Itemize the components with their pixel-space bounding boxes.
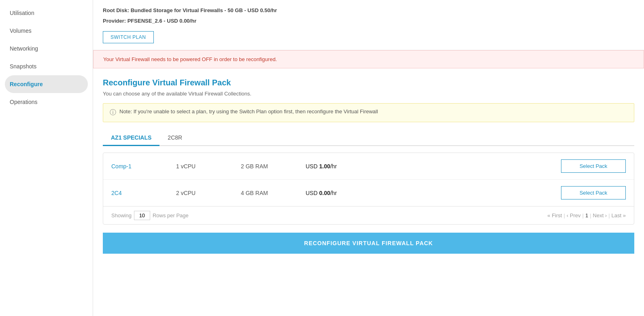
- note-box: ⓘ Note: If you're unable to select a pla…: [103, 103, 634, 122]
- main-content: Root Disk: Bundled Storage for Virtual F…: [93, 0, 644, 316]
- divider-1: |: [563, 212, 565, 218]
- showing-label: Showing: [111, 212, 132, 218]
- tab-2c8r[interactable]: 2C8R: [159, 130, 190, 146]
- next-page-link[interactable]: Next ›: [593, 212, 607, 218]
- sidebar-item-volumes[interactable]: Volumes: [0, 22, 93, 40]
- sidebar-item-snapshots[interactable]: Snapshots: [0, 57, 93, 75]
- last-page-link[interactable]: Last »: [612, 212, 626, 218]
- pack-vcpu-2c4: 2 vCPU: [176, 190, 241, 196]
- pagination-row: Showing Rows per Page « First | ‹ Prev |…: [103, 206, 634, 224]
- tab-az1-specials[interactable]: AZ1 SPECIALS: [103, 130, 159, 146]
- pack-row-2c4: 2C4 2 vCPU 4 GB RAM USD 0.00/hr Select P…: [103, 180, 634, 206]
- sidebar-item-networking[interactable]: Networking: [0, 40, 93, 57]
- divider-2: |: [582, 212, 584, 218]
- select-pack-button-comp1[interactable]: Select Pack: [561, 159, 626, 173]
- sidebar-item-operations[interactable]: Operations: [0, 93, 93, 111]
- info-icon: ⓘ: [110, 108, 116, 117]
- reconfigure-virtual-firewall-pack-button[interactable]: RECONFIGURE VIRTUAL FIREWALL PACK: [103, 233, 634, 254]
- select-pack-button-2c4[interactable]: Select Pack: [561, 186, 626, 199]
- warning-banner: Your Virtual Firewall needs to be powere…: [93, 50, 644, 68]
- pagination-right: « First | ‹ Prev | 1 | Next › | Last »: [547, 212, 626, 218]
- pack-ram-2c4: 4 GB RAM: [241, 190, 306, 196]
- divider-3: |: [590, 212, 591, 218]
- section-subtitle: You can choose any of the available Virt…: [103, 91, 634, 97]
- sidebar: Utilisation Volumes Networking Snapshots…: [0, 0, 93, 316]
- first-page-link[interactable]: « First: [547, 212, 562, 218]
- pack-table: Comp-1 1 vCPU 2 GB RAM USD 1.00/hr Selec…: [103, 153, 634, 225]
- prev-page-link[interactable]: ‹ Prev: [567, 212, 581, 218]
- tabs: AZ1 SPECIALS 2C8R: [103, 130, 634, 146]
- root-disk-info: Root Disk: Bundled Storage for Virtual F…: [103, 6, 634, 15]
- pack-name-2c4[interactable]: 2C4: [111, 190, 176, 196]
- pack-price-comp1: USD 1.00/hr: [306, 163, 561, 170]
- rows-per-page-input[interactable]: [134, 211, 150, 220]
- sidebar-item-utilisation[interactable]: Utilisation: [0, 4, 93, 22]
- pack-vcpu-comp1: 1 vCPU: [176, 163, 241, 170]
- rows-per-page-label: Rows per Page: [153, 212, 189, 218]
- pagination-left: Showing Rows per Page: [111, 211, 189, 220]
- top-info-section: Root Disk: Bundled Storage for Virtual F…: [93, 0, 644, 50]
- pack-row-comp1: Comp-1 1 vCPU 2 GB RAM USD 1.00/hr Selec…: [103, 153, 634, 180]
- section-title: Reconfigure Virtual Firewall Pack: [103, 78, 634, 87]
- pack-ram-comp1: 2 GB RAM: [241, 163, 306, 170]
- pack-price-2c4: USD 0.00/hr: [306, 190, 561, 196]
- pack-name-comp1[interactable]: Comp-1: [111, 163, 176, 170]
- switch-plan-button[interactable]: SWITCH PLAN: [103, 31, 154, 43]
- reconfigure-section: Reconfigure Virtual Firewall Pack You ca…: [93, 68, 644, 316]
- sidebar-item-reconfigure[interactable]: Reconfigure: [5, 75, 88, 93]
- current-page[interactable]: 1: [585, 212, 588, 218]
- provider-info: Provider: PFSENSE_2.6 - USD 0.00/hr: [103, 17, 634, 25]
- divider-4: |: [608, 212, 610, 218]
